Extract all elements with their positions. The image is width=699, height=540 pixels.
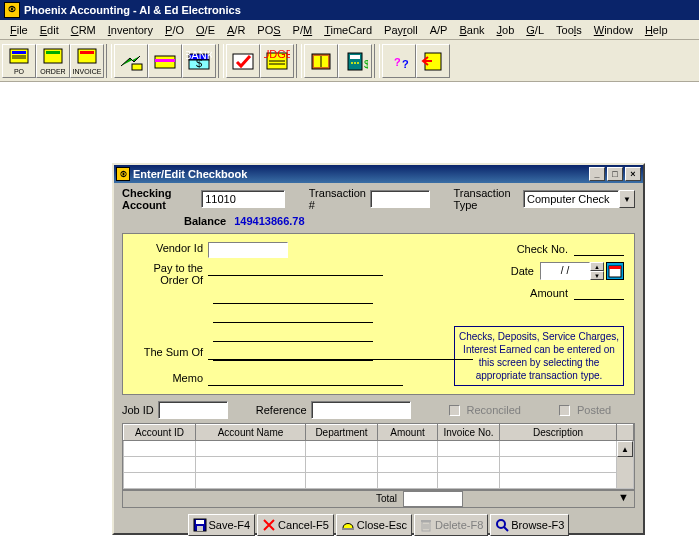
menu-tools[interactable]: Tools (550, 22, 588, 38)
col-account-id[interactable]: Account ID (124, 425, 196, 441)
memo-label: Memo (133, 372, 208, 386)
date-input[interactable]: / / (540, 262, 590, 280)
svg-rect-10 (155, 59, 175, 62)
posted-checkbox[interactable] (559, 405, 570, 416)
toolbar-book-button[interactable] (304, 44, 338, 78)
transaction-num-input[interactable] (370, 190, 430, 208)
app-icon: ⦿ (4, 2, 20, 18)
toolbar-card-button[interactable] (148, 44, 182, 78)
menu-file[interactable]: File (4, 22, 34, 38)
vendor-id-label: Vendor Id (133, 242, 208, 254)
date-spin-down[interactable]: ▼ (590, 271, 604, 280)
menu-edit[interactable]: Edit (34, 22, 65, 38)
menu-pos[interactable]: POS (251, 22, 286, 38)
amount-label: Amount (530, 287, 568, 299)
memo-value[interactable] (208, 372, 403, 386)
toolbar-bank-button[interactable]: BANK$ (182, 44, 216, 78)
svg-rect-8 (132, 64, 142, 70)
col-amount[interactable]: Amount (378, 425, 438, 441)
child-icon: ⦿ (116, 167, 130, 181)
payto-line-4[interactable] (213, 328, 373, 342)
scroll-up-button[interactable]: ▲ (617, 441, 633, 457)
total-label: Total (123, 491, 403, 507)
vendor-id-input[interactable] (208, 242, 288, 258)
svg-line-44 (504, 527, 508, 531)
toolbar-payment-button[interactable] (114, 44, 148, 78)
maximize-button[interactable]: □ (607, 167, 623, 181)
menu-crm[interactable]: CRM (65, 22, 102, 38)
svg-point-26 (354, 62, 356, 64)
delete-button[interactable]: Delete-F8 (414, 514, 488, 536)
table-row[interactable]: ▲ (124, 441, 634, 457)
calendar-button[interactable] (606, 262, 624, 280)
svg-text:?: ? (402, 58, 409, 70)
transaction-type-label: Transaction Type (454, 187, 519, 211)
posted-label: Posted (577, 404, 611, 416)
col-invoice-no[interactable]: Invoice No. (438, 425, 500, 441)
toolbar-exit-button[interactable] (416, 44, 450, 78)
menu-help[interactable]: Help (639, 22, 674, 38)
date-label: Date (511, 265, 534, 277)
svg-text:$: $ (196, 57, 202, 69)
transaction-type-input[interactable] (523, 190, 619, 208)
menu-inventory[interactable]: Inventory (102, 22, 159, 38)
toolbar-budget-button[interactable]: BUDGET (260, 44, 294, 78)
browse-button[interactable]: Browse-F3 (490, 514, 569, 536)
checking-account-input[interactable] (201, 190, 285, 208)
menu-window[interactable]: Window (588, 22, 639, 38)
col-department[interactable]: Department (306, 425, 378, 441)
toolbar-help-button[interactable]: ?? (382, 44, 416, 78)
transaction-type-dropdown-button[interactable]: ▼ (619, 190, 635, 208)
jobid-label: Job ID (122, 404, 154, 416)
menu-ar[interactable]: A/R (221, 22, 251, 38)
svg-rect-35 (196, 520, 204, 524)
menu-pm[interactable]: P/M (287, 22, 319, 38)
table-row[interactable] (124, 473, 634, 489)
child-window: ⦿ Enter/Edit Checkbook _ □ × Checking Ac… (112, 163, 645, 535)
toolbar-po-button[interactable]: PO (2, 44, 36, 78)
svg-rect-7 (80, 51, 94, 54)
jobid-input[interactable] (158, 401, 228, 419)
reference-input[interactable] (311, 401, 411, 419)
balance-value: 149413866.78 (234, 215, 304, 227)
close-button[interactable]: × (625, 167, 641, 181)
checkno-value[interactable] (574, 242, 624, 256)
svg-point-27 (357, 62, 359, 64)
col-description[interactable]: Description (500, 425, 617, 441)
sum-label: The Sum Of (133, 346, 208, 360)
menu-ap[interactable]: A/P (424, 22, 454, 38)
col-account-name[interactable]: Account Name (196, 425, 306, 441)
svg-point-25 (351, 62, 353, 64)
menu-timecard[interactable]: TimeCard (318, 22, 378, 38)
menu-gl[interactable]: G/L (520, 22, 550, 38)
scroll-down-button[interactable]: ▼ (618, 491, 634, 507)
toolbar: PO ORDER INVOICE BANK$ BUDGET $ ?? (0, 40, 699, 82)
minimize-button[interactable]: _ (589, 167, 605, 181)
menu-oe[interactable]: O/E (190, 22, 221, 38)
toolbar-calc-button[interactable]: $ (338, 44, 372, 78)
svg-rect-36 (197, 526, 203, 531)
payto-line-1[interactable] (208, 262, 383, 276)
table-row[interactable] (124, 457, 634, 473)
toolbar-check-button[interactable] (226, 44, 260, 78)
menu-po[interactable]: P/O (159, 22, 190, 38)
toolbar-order-button[interactable]: ORDER (36, 44, 70, 78)
date-spin-up[interactable]: ▲ (590, 262, 604, 271)
save-button[interactable]: Save-F4 (188, 514, 256, 536)
main-title: Phoenix Accounting - Al & Ed Electronics (24, 0, 241, 20)
amount-value[interactable] (574, 286, 624, 300)
svg-rect-1 (12, 51, 26, 54)
menu-job[interactable]: Job (491, 22, 521, 38)
svg-rect-42 (421, 520, 431, 522)
reconciled-checkbox[interactable] (449, 405, 460, 416)
svg-rect-33 (609, 266, 621, 269)
menubar: File Edit CRM Inventory P/O O/E A/R POS … (0, 20, 699, 40)
toolbar-invoice-button[interactable]: INVOICE (70, 44, 104, 78)
cancel-button[interactable]: Cancel-F5 (257, 514, 334, 536)
menu-payroll[interactable]: Payroll (378, 22, 424, 38)
payto-line-3[interactable] (213, 309, 373, 323)
col-scroll (617, 425, 634, 441)
close-button-bottom[interactable]: Close-Esc (336, 514, 412, 536)
payto-line-2[interactable] (213, 290, 373, 304)
menu-bank[interactable]: Bank (453, 22, 490, 38)
